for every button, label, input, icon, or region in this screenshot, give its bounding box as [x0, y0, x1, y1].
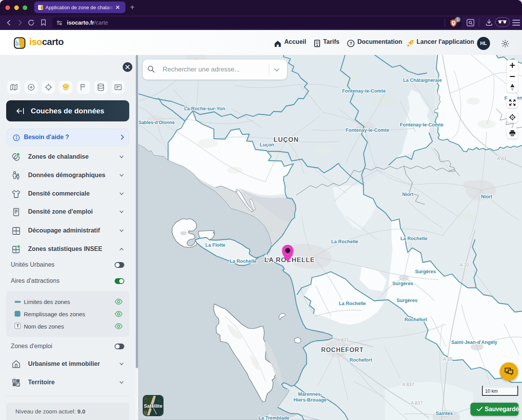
svg-text:Marennes-: Marennes- — [298, 392, 322, 397]
svg-text:Hiers-Brouage: Hiers-Brouage — [294, 397, 327, 403]
svg-text:A 837: A 837 — [411, 400, 423, 406]
svg-text:La Rochelle: La Rochelle — [331, 239, 358, 244]
svg-text:La Rochelle: La Rochelle — [230, 259, 257, 264]
svg-text:Rochefort: Rochefort — [404, 317, 427, 322]
svg-text:La Tremblade: La Tremblade — [258, 415, 290, 420]
svg-text:La Châtaigneraie: La Châtaigneraie — [403, 78, 442, 83]
svg-text:Niort: Niort — [481, 194, 492, 199]
svg-text:Surgères: Surgères — [397, 298, 417, 303]
svg-text:La Rochelle: La Rochelle — [400, 236, 427, 241]
svg-text:Rochefort: Rochefort — [349, 357, 372, 363]
svg-text:La Flotte: La Flotte — [205, 242, 225, 248]
svg-text:Surgères: Surgères — [392, 281, 413, 286]
svg-text:Fontenay-le-Comte: Fontenay-le-Comte — [400, 122, 443, 128]
svg-text:Saint-Jean-d'Angély: Saint-Jean-d'Angély — [451, 340, 497, 345]
svg-text:Sables-d'Olonne: Sables-d'Olonne — [138, 120, 175, 125]
svg-text:Fontenay-le-Comte: Fontenay-le-Comte — [345, 128, 389, 133]
svg-text:Fontenay-le-Comte: Fontenay-le-Comte — [342, 88, 385, 94]
svg-text:Saintes: Saintes — [436, 411, 453, 416]
svg-text:A 837: A 837 — [402, 382, 414, 387]
svg-text:LUÇON: LUÇON — [274, 136, 299, 143]
svg-text:ROCHEFORT: ROCHEFORT — [321, 347, 364, 353]
svg-text:?: ? — [350, 41, 352, 46]
svg-text:A 837: A 837 — [337, 337, 349, 343]
svg-text:Niort: Niort — [402, 192, 414, 197]
svg-text:La Roche-sur-Yon: La Roche-sur-Yon — [184, 106, 225, 111]
svg-text:La Rochelle: La Rochelle — [339, 301, 366, 306]
svg-text:Luçon: Luçon — [260, 142, 274, 148]
svg-text:A 10: A 10 — [460, 262, 469, 268]
svg-text:A 10: A 10 — [443, 357, 452, 362]
svg-text:Surgères: Surgères — [415, 269, 436, 274]
svg-text:A 83: A 83 — [497, 156, 506, 161]
